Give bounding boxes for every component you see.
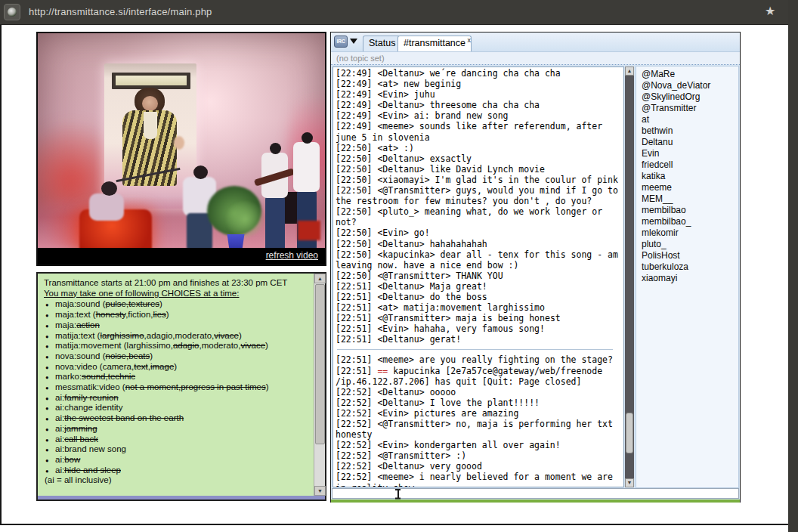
viewport-bottom-edge <box>0 524 788 525</box>
message-scrollbar-track[interactable]: ▲ ▼ <box>625 66 634 487</box>
chat-message: [22:51] <Deltanu> Maja great! <box>336 281 623 292</box>
info-scrollbar-track[interactable]: ▲ ▼ <box>314 274 325 496</box>
chat-input[interactable] <box>332 488 739 499</box>
refresh-video-link[interactable]: refresh video <box>266 248 318 264</box>
chat-message: [22:50] <xiaomayi> I'm glad it's in the … <box>336 175 623 185</box>
text-cursor-icon <box>394 489 401 499</box>
chat-message: [22:50] <@Transmitter> THANK YOU <box>336 271 623 281</box>
user-list-item[interactable]: MEM__ <box>642 193 738 205</box>
choice-item: ai:family reunion <box>44 393 311 404</box>
choice-item: matija:movement (larghissimo,adagio,mode… <box>44 341 311 351</box>
plant-pot <box>226 234 246 248</box>
chat-message: [22:50] <Deltanu> exsactly <box>336 153 623 164</box>
guitarist-2 <box>293 142 320 192</box>
chat-message: [22:51] <Evin> hahaha, very famous song! <box>336 323 623 334</box>
choice-item: nova:video (camera,text,image) <box>44 362 311 373</box>
choice-item: messmatik:video (not a moment,progress i… <box>44 382 311 393</box>
schedule-line: Transmittance starts at 21:00 pm and fin… <box>44 278 311 289</box>
site-favicon-icon <box>4 4 20 20</box>
window-scrollbar-track[interactable] <box>788 0 798 532</box>
user-list-item[interactable]: membilbao <box>642 205 738 216</box>
viewport-left-edge <box>0 25 2 525</box>
projected-figure-shirt <box>144 112 157 139</box>
user-list-item[interactable]: Evin <box>642 148 738 159</box>
choice-item: ai:brand new song <box>44 444 311 455</box>
bookmark-star-icon[interactable]: ★ <box>765 4 775 18</box>
choice-item: ai:the sweetest band on the earth <box>44 413 311 424</box>
user-list-item[interactable]: xiaomayi <box>642 273 738 284</box>
user-list: @MaRe@Nova_deViator@SkylinedOrg@Transmit… <box>636 66 739 488</box>
chat-tab-bar: IRC Status #transmittance x <box>331 32 740 52</box>
message-scrollbar-thumb[interactable] <box>626 413 633 453</box>
user-list-item[interactable]: friedcell <box>642 159 738 171</box>
choice-item: ai:call back <box>44 435 311 445</box>
user-list-item[interactable]: @MaRe <box>642 69 738 80</box>
info-box-bottom-strip <box>38 496 325 500</box>
tab-status[interactable]: Status <box>363 36 401 51</box>
chat-message: [22:52] <Deltanu> very goood <box>336 461 623 472</box>
user-list-item[interactable]: @Transmitter <box>642 103 738 114</box>
irc-chat-panel: IRC Status #transmittance x (no topic se… <box>330 32 741 503</box>
user-list-item[interactable]: tuberkuloza <box>642 261 738 273</box>
browser-url-bar: http://transmittance.si/interface/main.p… <box>0 0 798 25</box>
choice-item: maja:sound (pulse,textures) <box>44 299 311 310</box>
user-list-item[interactable]: PolisHost <box>642 250 738 261</box>
user-list-item[interactable]: @Nova_deViator <box>642 80 738 91</box>
chat-message: [22:52] <Evin> pictures are amazing <box>336 408 623 419</box>
projection-top-band <box>112 73 190 89</box>
video-bottom-bar: refresh video <box>38 248 325 264</box>
chevron-down-icon[interactable] <box>350 39 357 44</box>
chat-message: [22:50] <Deltanu> like David Lynch movie <box>336 164 623 175</box>
scroll-up-icon[interactable]: ▲ <box>314 274 326 283</box>
user-list-item[interactable]: at <box>642 114 738 125</box>
info-scrollbar-thumb[interactable] <box>315 284 325 444</box>
performer-seated-left-head <box>101 181 117 196</box>
chat-message: [22:51] <@Transmitter> maja is being hon… <box>336 313 623 323</box>
user-list-item[interactable]: pluto_ <box>642 239 738 250</box>
user-list-item[interactable]: meeme <box>642 182 738 193</box>
chat-message: [22:49] <Evin> ai: brand new song <box>336 110 623 121</box>
topic-line: (no topic set) <box>331 52 740 65</box>
url-text[interactable]: http://transmittance.si/interface/main.p… <box>29 6 212 17</box>
close-tab-icon[interactable]: x <box>466 33 472 48</box>
projected-figure-face <box>142 96 158 111</box>
choice-item: ai:hide and sleep <box>44 466 311 476</box>
lens-icon <box>8 8 17 17</box>
choice-item: ai:change identity <box>44 403 311 413</box>
user-list-item[interactable]: @SkylinedOrg <box>642 91 738 103</box>
choices-heading: You may take one of following CHOICES at… <box>44 289 311 299</box>
chat-message: [22:51] <at> matija:movement larghissimo <box>336 302 623 313</box>
guitarist-1-legs <box>265 196 285 248</box>
chat-message: [22:52] <@Transmitter> no, maja is perfo… <box>336 419 623 440</box>
user-list-item[interactable]: mlekomir <box>642 227 738 239</box>
scroll-up-icon[interactable]: ▲ <box>625 66 634 76</box>
scroll-down-icon[interactable]: ▼ <box>625 478 634 487</box>
choice-item: maja:action <box>44 320 311 331</box>
user-list-item[interactable]: membilbao_ <box>642 216 738 227</box>
scroll-down-icon[interactable]: ▼ <box>314 486 326 496</box>
chat-message: [22:49] <at> new beginig <box>336 79 623 89</box>
chat-message: [22:50] <Deltanu> hahahahahah <box>336 239 623 249</box>
guitarist-1-head <box>270 143 281 154</box>
guitarist-2-head <box>302 132 313 144</box>
chat-message: [22:49] <Deltanu> threesome cha cha cha <box>336 100 623 110</box>
tab-transmittance[interactable]: #transmittance x <box>397 36 472 51</box>
irc-menu-icon[interactable]: IRC <box>334 36 348 48</box>
chat-status-bar <box>331 500 740 503</box>
unread-divider <box>337 349 613 350</box>
performer-seated-left <box>89 193 124 221</box>
performer-seated-center-head <box>193 165 208 179</box>
chat-message: [22:52] <Deltanu> I love the plant!!!!! <box>336 397 623 408</box>
potted-plant-leaves <box>225 201 264 237</box>
choice-item: nova:sound (noise,beats) <box>44 351 311 362</box>
user-list-item[interactable]: Deltanu <box>642 137 738 148</box>
schedule-info-content: Transmittance starts at 21:00 pm and fin… <box>38 274 313 496</box>
chat-message: [22:49] <meeme> sounds like after refere… <box>336 121 623 142</box>
chat-message: [22:51] <Deltanu> gerat! <box>336 334 623 345</box>
user-list-item[interactable]: katika <box>642 171 738 182</box>
chat-message: [22:50] <pluto_> meaning what, do we wor… <box>336 206 623 227</box>
chat-message: [22:49] <Deltanu> we´re dancing cha cha … <box>336 68 623 79</box>
user-list-item[interactable]: bethwin <box>642 125 738 137</box>
chat-message: [22:52] <meeme> i nearly believed for a … <box>336 472 623 487</box>
choice-item: matija:text (larghissimo,adagio,moderato… <box>44 331 311 342</box>
